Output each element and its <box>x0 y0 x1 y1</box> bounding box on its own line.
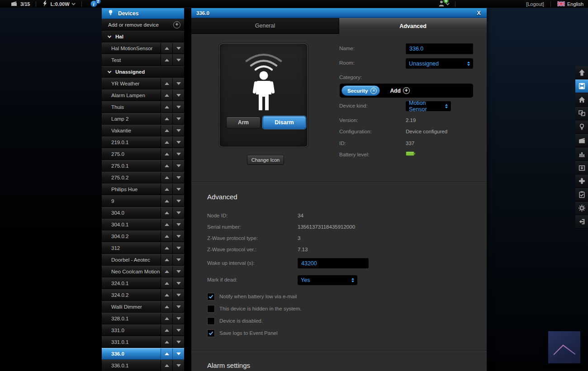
move-down-button[interactable] <box>172 207 184 218</box>
move-down-button[interactable] <box>172 325 184 336</box>
move-down-button[interactable] <box>172 313 184 324</box>
move-up-button[interactable] <box>161 219 172 230</box>
devices-icon[interactable] <box>575 120 588 134</box>
move-down-button[interactable] <box>172 360 184 371</box>
device-row[interactable]: 324.0.1 <box>102 277 184 289</box>
move-up-button[interactable] <box>161 337 172 348</box>
move-down-button[interactable] <box>172 243 184 254</box>
plus-circle-icon[interactable]: + <box>173 21 180 28</box>
device-row[interactable]: 304.0.1 <box>102 219 184 230</box>
mark-if-dead-select[interactable]: Yes <box>298 275 357 285</box>
move-up-button[interactable] <box>161 172 172 183</box>
device-row[interactable]: 219.0.1 <box>102 136 184 148</box>
device-row[interactable]: 304.0.2 <box>102 230 184 242</box>
device-row[interactable]: 275.0 <box>102 148 184 160</box>
device-row[interactable]: 9 <box>102 195 184 207</box>
device-row[interactable]: 275.0.1 <box>102 160 184 172</box>
user-menu[interactable]: 0 <box>438 0 445 8</box>
device-row[interactable]: 328.0.1 <box>102 313 184 324</box>
device-row[interactable]: Neo Coolcam Motion <box>102 266 184 277</box>
room-select[interactable]: Unassigned <box>406 58 473 69</box>
move-down-button[interactable] <box>172 43 184 54</box>
move-up-button[interactable] <box>161 102 172 113</box>
move-down-button[interactable] <box>172 102 184 113</box>
device-row[interactable]: 275.0.2 <box>102 172 184 183</box>
move-down-button[interactable] <box>172 266 184 277</box>
checkbox[interactable] <box>207 293 215 301</box>
change-icon-button[interactable]: Change Icon <box>247 155 284 165</box>
move-up-button[interactable] <box>161 113 172 124</box>
name-input[interactable] <box>406 43 473 54</box>
move-up-button[interactable] <box>161 55 172 66</box>
move-up-button[interactable] <box>161 254 172 265</box>
checkbox[interactable] <box>207 305 215 313</box>
checkbox-row[interactable]: Save logs to Event Panel <box>207 329 469 342</box>
move-up-button[interactable] <box>161 360 172 371</box>
device-row[interactable]: 324.0.2 <box>102 289 184 301</box>
arm-button[interactable]: Arm <box>226 117 261 128</box>
device-row[interactable]: Test <box>102 54 184 66</box>
device-row[interactable]: 336.0 <box>102 348 184 360</box>
tab-general[interactable]: General <box>191 18 339 34</box>
move-up-button[interactable] <box>161 137 172 148</box>
move-down-button[interactable] <box>172 278 184 289</box>
home-icon[interactable] <box>575 93 588 107</box>
wake-interval-input[interactable] <box>298 258 369 268</box>
device-group-header[interactable]: Hal <box>102 31 184 42</box>
move-up-button[interactable] <box>161 278 172 289</box>
device-row[interactable]: Thuis <box>102 101 184 113</box>
save-icon[interactable] <box>575 80 588 93</box>
move-down-button[interactable] <box>172 137 184 148</box>
checkbox-row[interactable]: Device is disabled. <box>207 317 469 329</box>
move-up-button[interactable] <box>161 90 172 101</box>
move-up-button[interactable] <box>161 325 172 336</box>
device-row[interactable]: Alarm Lampen <box>102 89 184 101</box>
move-up-button[interactable] <box>161 243 172 254</box>
move-down-button[interactable] <box>172 90 184 101</box>
device-row[interactable]: 331.0.1 <box>102 336 184 348</box>
device-row[interactable]: YR Weather <box>102 78 184 89</box>
move-down-button[interactable] <box>172 160 184 171</box>
device-row[interactable]: 312 <box>102 242 184 254</box>
move-up-button[interactable] <box>161 184 172 195</box>
device-row[interactable]: Philips Hue <box>102 183 184 195</box>
move-up-button[interactable] <box>161 348 172 359</box>
move-up-button[interactable] <box>161 290 172 301</box>
move-down-button[interactable] <box>172 301 184 312</box>
device-row[interactable]: Walli Dimmer <box>102 301 184 313</box>
device-kind-select[interactable]: Motion Sensor <box>406 101 451 111</box>
move-up-button[interactable] <box>161 43 172 54</box>
events-icon[interactable] <box>575 188 588 202</box>
logout-button[interactable]: [Logout] <box>526 1 544 7</box>
language-selector[interactable]: English <box>567 1 583 7</box>
move-down-button[interactable] <box>172 231 184 242</box>
move-down-button[interactable] <box>172 78 184 89</box>
move-down-button[interactable] <box>172 113 184 124</box>
move-down-button[interactable] <box>172 348 184 359</box>
device-row[interactable]: 336.0.1 <box>102 360 184 371</box>
checkbox[interactable] <box>207 317 215 325</box>
tab-advanced[interactable]: Advanced <box>339 18 487 34</box>
device-row[interactable]: Hal MotionSensor <box>102 42 184 54</box>
device-row[interactable]: 331.0 <box>102 324 184 336</box>
move-up-button[interactable] <box>161 207 172 218</box>
settings-icon[interactable] <box>575 202 588 215</box>
move-down-button[interactable] <box>172 149 184 160</box>
move-down-button[interactable] <box>172 55 184 66</box>
move-up-button[interactable] <box>161 301 172 312</box>
move-down-button[interactable] <box>172 254 184 265</box>
move-up-button[interactable] <box>161 78 172 89</box>
move-down-button[interactable] <box>172 219 184 230</box>
category-tag-security[interactable]: Security × <box>341 85 380 96</box>
disarm-button[interactable]: Disarm <box>263 116 306 129</box>
move-up-button[interactable] <box>161 313 172 324</box>
plugins-icon[interactable] <box>575 174 588 188</box>
scenes-icon[interactable] <box>575 134 588 147</box>
exit-icon[interactable] <box>575 215 588 229</box>
storage-icon[interactable] <box>575 161 588 174</box>
device-row[interactable]: 304.0 <box>102 207 184 219</box>
device-row[interactable]: Doorbel - Aeotec <box>102 254 184 266</box>
move-up-button[interactable] <box>161 160 172 171</box>
move-up-button[interactable] <box>161 125 172 136</box>
move-up-button[interactable] <box>161 149 172 160</box>
